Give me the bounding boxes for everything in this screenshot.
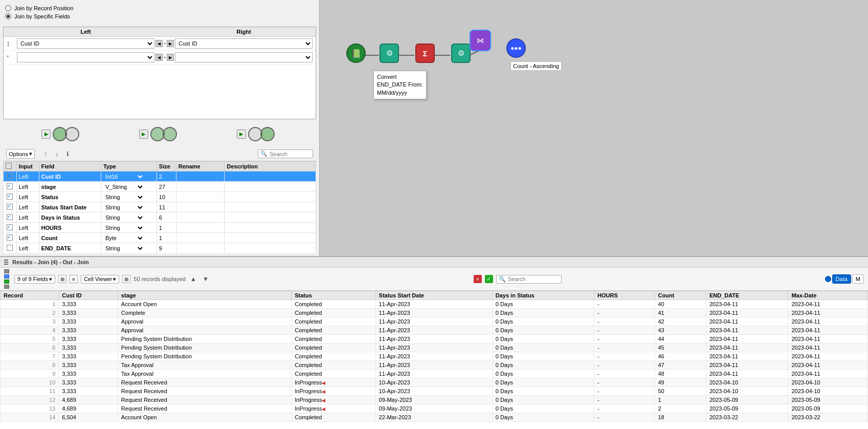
- right-field-select-wildcard[interactable]: [175, 52, 313, 62]
- rt-status: Completed: [292, 335, 375, 344]
- data-view-btn[interactable]: Data: [832, 274, 851, 284]
- row-checkbox[interactable]: [7, 234, 13, 241]
- fields-table-row[interactable]: Left HOURS String 1: [4, 223, 316, 233]
- options-label: Options: [9, 151, 28, 157]
- input-cell: Left: [16, 212, 39, 223]
- fields-table-row[interactable]: Left Cust ID Int16 2: [4, 171, 316, 182]
- list-view-btn[interactable]: ≡: [70, 275, 78, 283]
- venn-center-btn[interactable]: ▶: [139, 130, 148, 139]
- type-select[interactable]: String: [103, 204, 144, 211]
- fields-count-badge[interactable]: 9 of 9 Fields ▾: [14, 275, 55, 284]
- type-cell[interactable]: String: [101, 243, 157, 253]
- row-checkbox[interactable]: [7, 183, 13, 189]
- right-arrow-btn-wildcard[interactable]: ▶: [167, 54, 174, 61]
- right-arrow-btn-1[interactable]: ▶: [167, 40, 174, 47]
- rt-days-in-status: 0 Days: [492, 370, 594, 378]
- type-select[interactable]: String: [103, 214, 144, 221]
- fields-table-row[interactable]: Left END_DATE String 9: [4, 243, 316, 253]
- type-select[interactable]: Byte: [103, 234, 144, 242]
- confirm-btn[interactable]: ✓: [485, 275, 493, 283]
- fields-search-input[interactable]: [270, 151, 310, 157]
- cancel-btn[interactable]: ×: [474, 275, 482, 283]
- row-checkbox[interactable]: [7, 173, 13, 179]
- results-table-row[interactable]: 7 3,333 Pending System Distribution Comp…: [1, 352, 868, 361]
- results-table-row[interactable]: 10 3,333 Request Received InProgress◀ 10…: [1, 378, 868, 387]
- up-arrow-btn[interactable]: ↑: [41, 149, 50, 159]
- right-field-select-1[interactable]: Cust ID: [175, 38, 313, 49]
- results-table-row[interactable]: 9 3,333 Tax Approval Completed 11-Apr-20…: [1, 370, 868, 378]
- workflow-node-input[interactable]: 📗: [346, 44, 366, 63]
- row-checkbox[interactable]: [7, 214, 13, 220]
- info-btn[interactable]: ℹ: [63, 149, 73, 159]
- type-cell[interactable]: String: [101, 223, 157, 233]
- type-cell[interactable]: V_String: [101, 182, 157, 192]
- results-table-row[interactable]: 14 6,504 Account Open Completed 22-Mar-2…: [1, 413, 868, 422]
- rt-hours: -: [594, 344, 655, 352]
- results-table-row[interactable]: 4 3,333 Approval Completed 11-Apr-2023 0…: [1, 326, 868, 335]
- workflow-node-browse[interactable]: ●●●: [506, 38, 526, 58]
- results-table-row[interactable]: 1 3,333 Account Open Completed 11-Apr-20…: [1, 300, 868, 309]
- results-table-row[interactable]: 13 4,689 Request Received InProgress◀ 09…: [1, 404, 868, 413]
- results-table-row[interactable]: 3 3,333 Approval Completed 11-Apr-2023 0…: [1, 317, 868, 326]
- rt-end-date: 2023-05-09: [706, 396, 788, 404]
- fields-table-row[interactable]: Left Status Start Date String 11: [4, 202, 316, 212]
- join-by-position-radio[interactable]: [5, 5, 11, 11]
- results-table-row[interactable]: 8 3,333 Tax Approval Completed 11-Apr-20…: [1, 361, 868, 370]
- row-checkbox[interactable]: [7, 224, 13, 230]
- results-table-row[interactable]: 11 3,333 Request Received InProgress◀ 10…: [1, 387, 868, 396]
- rt-max-date: 2023-04-11: [788, 344, 868, 352]
- join-by-position-label: Join by Record Position: [14, 5, 74, 11]
- rt-days-in-status: 0 Days: [492, 387, 594, 396]
- grid-view-btn[interactable]: ⊞: [58, 275, 66, 283]
- join-by-fields-radio[interactable]: [5, 13, 11, 19]
- row-checkbox[interactable]: [7, 204, 13, 210]
- type-cell[interactable]: Byte: [101, 233, 157, 243]
- cell-viewer-icon-btn[interactable]: ⊞: [122, 275, 130, 283]
- type-select[interactable]: String: [103, 194, 144, 201]
- down-arrow-btn[interactable]: ↓: [52, 149, 61, 159]
- left-arrow-btn-1[interactable]: ◀: [155, 40, 163, 47]
- results-table-row[interactable]: 5 3,333 Pending System Distribution Comp…: [1, 335, 868, 344]
- venn-left-btn[interactable]: ▶: [41, 130, 51, 139]
- results-search-input[interactable]: [508, 276, 559, 282]
- type-select[interactable]: V_String: [103, 183, 144, 190]
- type-cell[interactable]: Int16: [101, 171, 157, 182]
- row-checkbox[interactable]: [7, 194, 13, 200]
- type-select[interactable]: Int16: [103, 173, 144, 180]
- type-cell[interactable]: String: [101, 192, 157, 202]
- workflow-node-summarize[interactable]: Σ: [415, 44, 435, 63]
- join-by-fields-row[interactable]: Join by Specific Fields: [5, 13, 316, 19]
- type-cell[interactable]: String: [101, 202, 157, 212]
- venn-right-btn[interactable]: ▶: [237, 130, 246, 139]
- header-checkbox[interactable]: [6, 163, 12, 169]
- fields-table-row[interactable]: Left Count Byte 1: [4, 233, 316, 243]
- results-table-row[interactable]: 6 3,333 Pending System Distribution Comp…: [1, 344, 868, 352]
- row-checkbox[interactable]: [7, 245, 13, 251]
- results-table-row[interactable]: 2 3,333 Complete Completed 11-Apr-2023 0…: [1, 309, 868, 317]
- left-field-select-1[interactable]: Cust ID: [17, 38, 154, 49]
- sort-up-btn[interactable]: ▲: [189, 274, 198, 284]
- workflow-node-join[interactable]: ⋈: [470, 30, 491, 51]
- rt-status: Completed: [292, 361, 375, 370]
- left-arrow-btn-wildcard[interactable]: ◀: [155, 54, 163, 61]
- results-table-row[interactable]: 12 4,689 Request Received InProgress◀ 09…: [1, 396, 868, 404]
- cell-viewer-badge[interactable]: Cell Viewer ▾: [81, 275, 119, 284]
- fields-table-row[interactable]: Left Status String 10: [4, 192, 316, 202]
- join-by-position-row[interactable]: Join by Record Position: [5, 5, 316, 11]
- fields-table-row[interactable]: Left stage V_String 27: [4, 182, 316, 192]
- type-select[interactable]: String: [103, 245, 144, 252]
- type-select[interactable]: String: [103, 224, 144, 231]
- workflow-node-convert1[interactable]: ⚙: [380, 44, 399, 63]
- rt-max-date: 2023-04-11: [788, 309, 868, 317]
- rt-stage: Request Received: [118, 396, 291, 404]
- sort-down-btn[interactable]: ▼: [201, 274, 210, 284]
- type-cell[interactable]: String: [101, 212, 157, 223]
- workflow-node-convert2[interactable]: ⚙: [451, 44, 471, 63]
- left-field-select-wildcard[interactable]: [17, 52, 154, 62]
- rt-count: 40: [655, 300, 706, 309]
- join-type-section: Join by Record Position Join by Specific…: [3, 3, 316, 25]
- fields-table-row[interactable]: Left Days in Status String 6: [4, 212, 316, 223]
- meta-view-btn[interactable]: M: [852, 274, 864, 284]
- options-dropdown[interactable]: Options ▾: [6, 149, 35, 159]
- rt-status: InProgress◀: [292, 396, 375, 404]
